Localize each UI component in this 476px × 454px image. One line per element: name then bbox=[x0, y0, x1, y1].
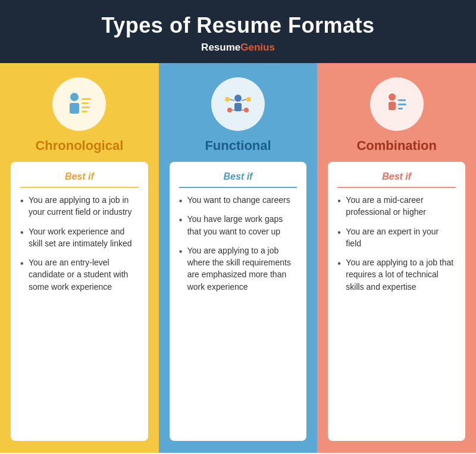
list-item: Your work experience and skill set are i… bbox=[20, 226, 139, 250]
svg-point-11 bbox=[244, 108, 249, 112]
chronological-title: Chronological bbox=[35, 138, 123, 154]
svg-rect-2 bbox=[82, 98, 91, 100]
functional-best-if: Best if bbox=[179, 171, 298, 188]
chronological-card: Best if You are applying to a job in you… bbox=[11, 162, 148, 441]
columns-container: Chronological Best if You are applying t… bbox=[0, 63, 476, 453]
svg-rect-5 bbox=[82, 111, 87, 112]
list-item: You are applying to a job where the skil… bbox=[179, 245, 298, 293]
svg-point-10 bbox=[227, 108, 232, 112]
col-combination: Combination Best if You are a mid-career… bbox=[317, 63, 476, 453]
combination-icon-circle bbox=[370, 77, 424, 131]
functional-icon bbox=[221, 87, 255, 121]
svg-point-8 bbox=[225, 97, 230, 102]
combination-card: Best if You are a mid-career professiona… bbox=[328, 162, 465, 441]
list-item: You are an expert in your field bbox=[337, 226, 456, 250]
chronological-icon bbox=[62, 87, 96, 121]
functional-card: Best if You want to change careers You h… bbox=[170, 162, 307, 441]
list-item: You are applying to a job that requires … bbox=[337, 256, 456, 293]
svg-rect-3 bbox=[82, 102, 89, 104]
combination-best-if: Best if bbox=[337, 171, 456, 188]
col-functional: Functional Best if You want to change ca… bbox=[159, 63, 318, 453]
list-item: You are applying to a job in your curren… bbox=[20, 194, 139, 218]
svg-rect-1 bbox=[70, 103, 79, 114]
svg-point-9 bbox=[246, 97, 251, 102]
brand: ResumeGenius bbox=[12, 42, 464, 54]
combination-list: You are a mid-career professional or hig… bbox=[337, 194, 456, 293]
header: Types of Resume Formats ResumeGenius bbox=[0, 0, 476, 63]
svg-rect-18 bbox=[398, 99, 404, 101]
svg-rect-19 bbox=[398, 104, 406, 105]
svg-rect-4 bbox=[82, 107, 90, 108]
svg-rect-17 bbox=[389, 102, 396, 110]
list-item: You are an entry-level candidate or a st… bbox=[20, 256, 139, 293]
svg-point-6 bbox=[234, 95, 242, 102]
functional-title: Functional bbox=[205, 138, 271, 154]
combination-icon bbox=[380, 87, 414, 121]
list-item: You have large work gaps that you want t… bbox=[179, 213, 298, 237]
chronological-icon-circle bbox=[52, 77, 106, 131]
combination-title: Combination bbox=[356, 138, 436, 154]
svg-point-16 bbox=[389, 93, 396, 101]
svg-point-0 bbox=[70, 93, 79, 101]
chronological-best-if: Best if bbox=[20, 171, 139, 188]
list-item: You are a mid-career professional or hig… bbox=[337, 194, 456, 218]
list-item: You want to change careers bbox=[179, 194, 298, 206]
svg-marker-21 bbox=[404, 99, 406, 102]
page-title: Types of Resume Formats bbox=[12, 13, 464, 38]
functional-icon-circle bbox=[211, 77, 265, 131]
svg-rect-20 bbox=[398, 108, 403, 109]
chronological-list: You are applying to a job in your curren… bbox=[20, 194, 139, 293]
brand-resume: Resume bbox=[201, 42, 240, 53]
col-chronological: Chronological Best if You are applying t… bbox=[0, 63, 159, 453]
functional-list: You want to change careers You have larg… bbox=[179, 194, 298, 293]
svg-line-12 bbox=[230, 99, 234, 101]
brand-genius: Genius bbox=[240, 42, 275, 53]
svg-line-13 bbox=[242, 99, 246, 101]
